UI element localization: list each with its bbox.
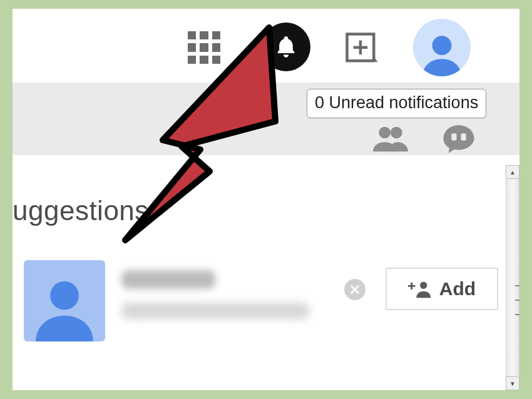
svg-point-13	[420, 282, 427, 289]
person-icon	[419, 30, 465, 76]
svg-rect-6	[451, 133, 456, 141]
svg-point-8	[50, 281, 79, 310]
scroll-track[interactable]	[506, 179, 519, 376]
hangouts-button[interactable]	[441, 124, 476, 153]
share-post-button[interactable]	[344, 31, 378, 65]
person-icon	[30, 273, 99, 341]
dismiss-suggestion-button[interactable]	[344, 279, 366, 300]
suggestion-name-redacted	[121, 270, 215, 289]
add-person-icon	[408, 280, 432, 298]
notifications-tooltip: 0 Unread notifications	[307, 89, 486, 118]
suggestion-avatar[interactable]	[24, 260, 105, 341]
suggestion-row: Add	[13, 260, 507, 373]
svg-point-4	[379, 127, 391, 139]
bell-icon	[274, 34, 299, 59]
profile-avatar[interactable]	[413, 19, 471, 76]
apps-icon[interactable]	[188, 31, 220, 64]
find-people-button[interactable]	[373, 124, 408, 153]
scroll-up-button[interactable]	[506, 165, 519, 179]
scroll-grip-icon	[515, 285, 519, 315]
suggestions-heading: uggestions	[13, 195, 149, 226]
app-window: 0 Unread notifications uggestions A	[13, 9, 519, 390]
svg-point-5	[391, 127, 402, 139]
people-icon	[373, 124, 408, 153]
header-bar	[13, 9, 519, 79]
tooltip-text: 0 Unread notifications	[315, 93, 478, 112]
share-post-icon	[344, 31, 378, 65]
close-icon	[350, 285, 360, 295]
svg-rect-7	[461, 133, 466, 141]
hangouts-icon	[441, 124, 476, 153]
vertical-scrollbar[interactable]	[506, 165, 519, 390]
add-button-label: Add	[439, 278, 476, 300]
add-person-button[interactable]: Add	[386, 268, 498, 310]
svg-point-3	[432, 36, 452, 55]
suggestion-subtitle-redacted	[121, 303, 309, 319]
notifications-button[interactable]	[262, 23, 310, 71]
scroll-down-button[interactable]	[506, 376, 519, 390]
